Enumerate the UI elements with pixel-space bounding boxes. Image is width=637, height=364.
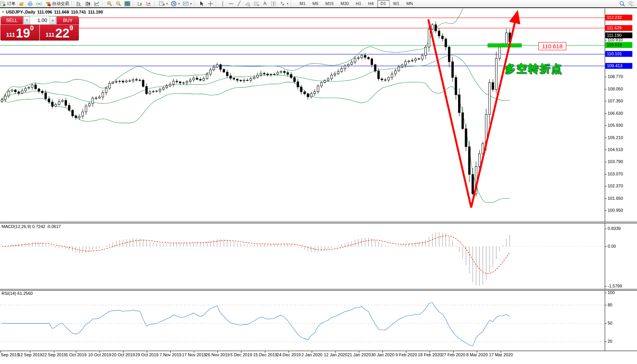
- date-label: 2 Jan 2020: [301, 352, 322, 357]
- date-label: 17 Mar 2020: [489, 352, 513, 357]
- price-tick-105.210: 105.210: [608, 135, 623, 140]
- macd-label: MACD(12,26,9) 0.7242 -0.0617: [2, 224, 61, 229]
- macd-pane-divider[interactable]: [0, 222, 637, 223]
- date-label: 10 Oct 2019: [88, 352, 111, 357]
- date-label: 15 Dec 2019: [253, 352, 277, 357]
- buy-button[interactable]: BUY: [56, 16, 79, 25]
- price-tick-100.950: 100.950: [608, 208, 623, 213]
- date-label: 20 Oct 2019: [112, 352, 135, 357]
- high-value: 111.668: [54, 10, 69, 14]
- target-price-box[interactable]: 110.618: [538, 42, 566, 50]
- rsi-pane-divider[interactable]: [0, 289, 637, 291]
- date-label: 17 Nov 2019: [182, 352, 206, 357]
- ask-pips: 22: [55, 27, 70, 39]
- symbol-name: USDJPY-,Daily: [6, 10, 35, 14]
- date-label: 29 Oct 2019: [135, 352, 158, 357]
- date-label: 9 Feb 2020: [395, 352, 417, 357]
- rsi-scale-100: 100: [608, 290, 615, 295]
- date-label: 1 Oct 2019: [66, 352, 87, 357]
- ask-integer: 111: [46, 31, 55, 39]
- macd-scale--1.5799: -1.5799: [608, 284, 622, 289]
- price-tick-110.910: 110.910: [608, 37, 623, 43]
- date-label: 30 Jan 2020: [371, 352, 395, 357]
- price-label-110.618: 110.618: [605, 42, 632, 48]
- date-label: 26 Nov 2019: [206, 352, 230, 357]
- price-tick-103.070: 103.070: [608, 172, 623, 177]
- price-label-110.101: 110.101: [605, 51, 632, 57]
- price-label-111.629: 111.629: [605, 25, 632, 31]
- price-tick-101.650: 101.650: [608, 196, 623, 201]
- price-axis[interactable]: 112.232111.629111.190110.618110.101109.4…: [605, 0, 637, 364]
- ask-point: 9: [70, 26, 73, 31]
- date-label: 8 Mar 2020: [466, 352, 488, 357]
- open-value: 111.096: [37, 10, 52, 14]
- sell-button[interactable]: SELL: [0, 16, 23, 25]
- price-label-109.413: 109.413: [605, 63, 632, 69]
- collapse-icon[interactable]: ▴: [2, 10, 4, 14]
- rsi-scale-50: 50: [608, 321, 612, 326]
- price-tick-105.930: 105.930: [608, 123, 623, 128]
- ask-price[interactable]: 111 22 9: [40, 25, 79, 41]
- rsi-label: RSI(14) 61.2560: [2, 291, 33, 296]
- macd-scale-0.8339: 0.8339: [608, 226, 621, 231]
- close-value: 111.190: [88, 10, 103, 14]
- price-tick-103.790: 103.790: [608, 159, 623, 164]
- bid-price[interactable]: 111 19 0: [0, 25, 40, 41]
- price-tick-107.350: 107.350: [608, 99, 623, 104]
- price-tick-102.370: 102.370: [608, 184, 623, 189]
- date-label: 12 Jan 2020: [324, 352, 347, 357]
- date-label: 22 Sep 2019: [42, 352, 66, 357]
- macd-scale-0.00: 0.00: [608, 244, 616, 249]
- date-label: 27 Feb 2020: [441, 352, 465, 357]
- turning-point-annotation[interactable]: 多空转折点: [505, 62, 563, 76]
- price-tick-108.770: 108.770: [608, 74, 623, 79]
- date-label: 12 Sep 2019: [18, 352, 42, 357]
- price-tick-108.050: 108.050: [608, 87, 623, 92]
- price-label-112.232: 112.232: [605, 15, 632, 20]
- price-tick-106.630: 106.630: [608, 111, 623, 116]
- rsi-scale-20: 20: [608, 339, 612, 344]
- low-value: 110.741: [71, 10, 86, 14]
- date-label: 21 Jan 2020: [347, 352, 371, 357]
- lot-increase-button[interactable]: ▲: [49, 16, 56, 24]
- date-label: Sep 2019: [1, 352, 19, 357]
- rsi-scale-80: 80: [608, 303, 612, 308]
- bid-point: 0: [30, 26, 34, 31]
- date-label: 5 Dec 2019: [230, 352, 252, 357]
- time-axis[interactable]: Sep 201912 Sep 201922 Sep 20191 Oct 2019…: [0, 352, 637, 364]
- date-label: 24 Dec 2019: [277, 352, 301, 357]
- chart-canvas[interactable]: [0, 0, 637, 364]
- bid-integer: 111: [6, 31, 15, 39]
- price-tick-104.510: 104.510: [608, 147, 623, 152]
- lot-decrease-button[interactable]: ▼: [24, 16, 30, 24]
- date-label: 7 Nov 2019: [160, 352, 181, 357]
- chart-title: ▴ USDJPY-,Daily 111.096 111.668 110.741 …: [2, 10, 103, 14]
- lot-size-field: ▼ ▲: [23, 16, 56, 25]
- date-label: 18 Feb 2020: [418, 352, 442, 357]
- lot-size-input[interactable]: [30, 16, 49, 24]
- one-click-trading-panel: SELL ▼ ▲ BUY 111 19 0 111 22 9: [0, 16, 79, 41]
- bid-pips: 19: [16, 27, 30, 39]
